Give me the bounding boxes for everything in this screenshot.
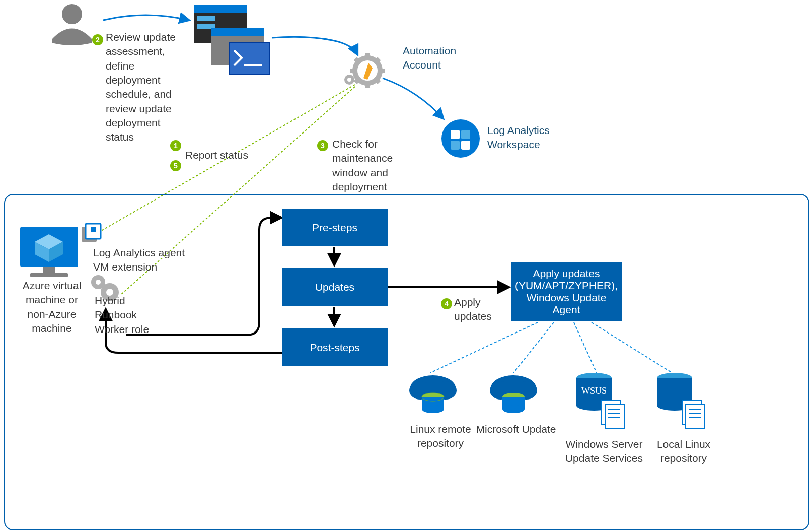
local-linux-label: Local Linux repository — [651, 437, 716, 466]
svg-rect-6 — [211, 28, 264, 36]
svg-rect-2 — [194, 5, 247, 13]
ms-update-label: Microsoft Update — [473, 422, 559, 436]
svg-rect-24 — [451, 141, 460, 150]
machine-environment-box — [4, 194, 809, 530]
svg-rect-11 — [365, 83, 370, 88]
automation-account-icon — [344, 53, 385, 88]
svg-rect-5 — [211, 28, 264, 65]
svg-rect-15 — [375, 57, 381, 63]
hrw-label: Hybrid Runbook Worker role — [95, 294, 160, 337]
linux-remote-label: Linux remote repository — [403, 422, 478, 451]
step-1-label: Report status — [185, 148, 266, 162]
step-3-label: Check for maintenance window and deploym… — [332, 137, 413, 194]
step-4-label: Apply updates — [454, 295, 504, 324]
diagram-canvas: WSUS 2 1 5 3 4 Review update assessment,… — [0, 0, 812, 532]
cloudshell-icon — [211, 28, 269, 74]
svg-rect-12 — [350, 69, 355, 73]
updates-box: Updates — [282, 268, 388, 306]
wsus-label: Windows Server Update Services — [561, 437, 647, 466]
svg-rect-23 — [461, 130, 470, 139]
portal-icon — [194, 5, 247, 43]
automation-account-label: Automation Account — [403, 44, 468, 73]
la-agent-label: Log Analytics agent VM extension — [93, 246, 199, 275]
pre-steps-box: Pre-steps — [282, 209, 388, 246]
step-badge-5: 5 — [170, 160, 181, 171]
svg-rect-7 — [229, 43, 269, 74]
svg-rect-1 — [194, 5, 247, 43]
svg-point-9 — [352, 55, 383, 86]
svg-rect-14 — [354, 57, 360, 63]
law-label: Log Analytics Workspace — [487, 123, 563, 152]
svg-rect-16 — [354, 78, 360, 84]
svg-rect-10 — [365, 53, 370, 58]
step-2-label: Review update assessment, define deploym… — [106, 30, 191, 145]
svg-rect-13 — [380, 69, 385, 73]
svg-point-20 — [347, 78, 351, 82]
svg-rect-4 — [197, 24, 215, 29]
user-icon — [52, 4, 92, 45]
step-badge-3: 3 — [317, 140, 328, 151]
svg-point-18 — [357, 60, 378, 81]
step-badge-4: 4 — [441, 298, 452, 309]
svg-point-19 — [344, 75, 354, 85]
step-badge-2: 2 — [92, 34, 103, 45]
svg-point-0 — [62, 4, 82, 24]
post-steps-box: Post-steps — [282, 328, 388, 366]
apply-updates-box: Apply updates (YUM/APT/ZYPHER), Windows … — [511, 262, 622, 321]
svg-point-21 — [441, 119, 480, 158]
log-analytics-workspace-icon — [441, 119, 480, 158]
svg-rect-25 — [461, 141, 470, 150]
vm-label: Azure virtual machine or non-Azure machi… — [14, 279, 90, 336]
svg-rect-3 — [197, 16, 215, 21]
svg-rect-17 — [375, 78, 381, 84]
svg-rect-22 — [451, 130, 460, 139]
